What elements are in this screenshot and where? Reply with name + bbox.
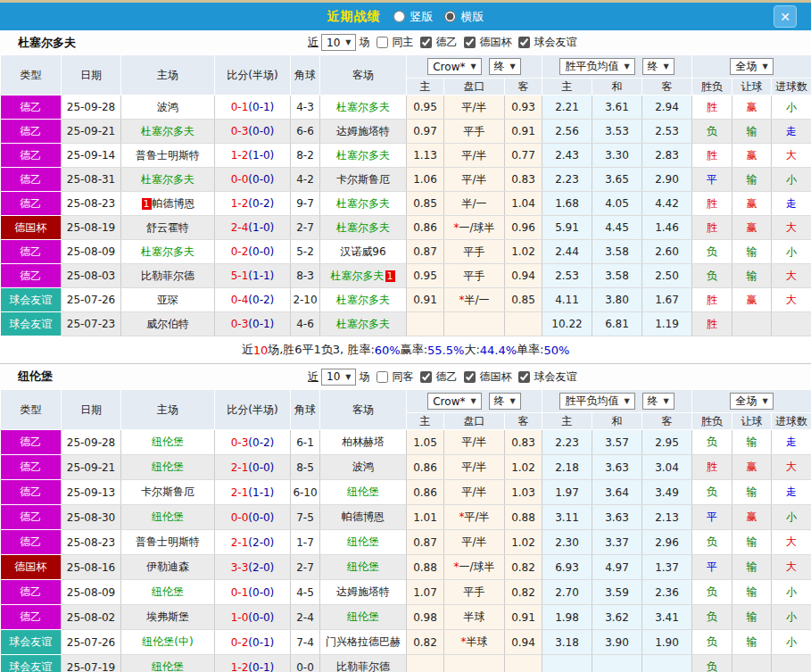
score-cell: 1-2(1-0) [215, 144, 291, 168]
odds-group-header: Crow*▼ 终▼ [407, 390, 542, 413]
summary-segment: 60% [375, 344, 401, 357]
halftime-score: (0-0) [248, 586, 274, 599]
result-wdl-cell: 胜 [692, 216, 732, 240]
bookmaker-select[interactable]: Crow*▼ [427, 393, 481, 410]
mean-final-select[interactable]: 终▼ [642, 58, 674, 75]
mean-draw-cell: 3.65 [592, 168, 642, 192]
league-friendly-label: 球会友谊 [534, 35, 576, 50]
mean-draw-cell: 3.30 [592, 144, 642, 168]
chevron-down-icon: ▼ [470, 397, 476, 405]
fulltime-score: 1-0 [231, 611, 249, 624]
result-goals-cell: 大 [772, 216, 811, 240]
mean-draw-cell: 4.45 [592, 216, 642, 240]
score-cell: 0-0(0-0) [215, 505, 291, 530]
mean-home-cell: 2.56 [542, 120, 592, 144]
match-row: 德乙25-09-21纽伦堡2-1(0-0)8-5波鸿0.86平/半1.022.1… [1, 455, 811, 480]
mean-away-cell: 2.95 [642, 430, 692, 455]
league-de2-checkbox[interactable] [420, 371, 432, 383]
changed-odds-star: * [453, 221, 459, 234]
handicap-cell [444, 312, 505, 336]
corner-cell: 2-7 [291, 216, 320, 240]
mean-home-cell: 3.11 [542, 505, 592, 530]
match-row: 德乙25-08-23普鲁士明斯特2-1(2-0)1-7纽伦堡0.87平/半1.0… [1, 530, 811, 555]
halftime-score: (1-1) [248, 270, 274, 282]
corner-cell: 7-4 [291, 630, 320, 655]
summary-segment: 场,胜6平1负3, 胜率: [268, 342, 375, 358]
mean-select[interactable]: 胜平负均值▼ [559, 58, 634, 75]
date-cell: 25-08-31 [62, 168, 121, 192]
league-friendly-checkbox[interactable] [518, 371, 530, 383]
away-odds-cell [505, 312, 542, 336]
halftime-score: (0-0) [248, 611, 274, 624]
result-goals-cell: 大 [772, 530, 811, 555]
section-header-nurnberg: 纽伦堡 近 10▼ 场 同客 德乙 德国杯 球会友谊 [0, 363, 811, 389]
mean-away-cell: 1.46 [642, 216, 692, 240]
bookmaker-value: Crow* [433, 61, 465, 73]
chevron-down-icon: ▼ [664, 397, 669, 405]
mean-away-cell: 2.53 [642, 120, 692, 144]
league-de2-label: 德乙 [435, 369, 457, 385]
handicap-cell: 平/半 [444, 480, 505, 505]
col-header-result-wdl: 胜负 [692, 413, 732, 430]
same-home-checkbox[interactable] [377, 37, 388, 48]
bookmaker-select[interactable]: Crow*▼ [427, 58, 481, 75]
away-odds-cell: 0.85 [505, 288, 542, 312]
mean-away-cell: 2.96 [642, 530, 692, 555]
home-odds-cell: 1.13 [407, 144, 444, 168]
match-count-select[interactable]: 10▼ [321, 34, 356, 51]
mean-draw-cell: 3.62 [592, 605, 642, 630]
away-odds-cell: 1.02 [505, 530, 542, 555]
league-type-cell: 德乙 [1, 192, 62, 216]
result-wdl-cell: 负 [692, 240, 732, 264]
vertical-layout-radio[interactable] [393, 11, 405, 22]
team-label: 纽伦堡(中) [142, 635, 193, 648]
mean-home-cell: 2.23 [542, 168, 592, 192]
fullmatch-select[interactable]: 全场▼ [730, 393, 773, 410]
match-row: 德乙25-08-09杜塞尔多夫0-2(0-0)5-2汉诺威960.87平手1.0… [1, 240, 811, 264]
summary-segment: 近 [242, 342, 253, 358]
home-team-cell: 比勒菲尔德 [121, 264, 215, 288]
near-link[interactable]: 近 [308, 35, 319, 50]
team-label: 纽伦堡 [152, 585, 184, 598]
away-odds-cell: 1.04 [505, 192, 542, 216]
fullmatch-select[interactable]: 全场▼ [730, 58, 773, 75]
result-goals-cell: 走 [772, 120, 811, 144]
league-cup-checkbox[interactable] [464, 371, 476, 383]
match-row: 德乙25-08-09纽伦堡0-1(0-0)4-5达姆施塔特1.07平手0.822… [1, 580, 811, 605]
league-type-cell: 德乙 [1, 95, 62, 120]
handicap-cell: *半/一 [444, 288, 505, 312]
mean-home-cell [542, 655, 592, 672]
match-row: 球会友谊25-07-19纽伦堡1-2(0-1)0-0比勒菲尔德负 [1, 655, 811, 672]
away-team-cell: 柏林赫塔 [320, 430, 407, 455]
result-handicap-cell: 赢 [732, 95, 772, 120]
date-cell: 25-08-23 [62, 192, 121, 216]
league-friendly-checkbox[interactable] [518, 37, 530, 48]
odds-final-select[interactable]: 终▼ [489, 393, 521, 410]
same-away-checkbox[interactable] [377, 371, 388, 383]
halftime-score: (2-0) [248, 536, 274, 549]
team-label: 纽伦堡 [152, 460, 184, 473]
score-cell: 3-3(2-0) [215, 555, 291, 580]
date-cell: 25-08-09 [62, 580, 121, 605]
match-row: 德乙25-09-28波鸿0-1(0-1)4-3杜塞尔多夫0.95平/半0.932… [1, 95, 811, 120]
mean-select[interactable]: 胜平负均值▼ [559, 393, 634, 410]
score-cell: 2-4(1-0) [215, 216, 291, 240]
away-team-cell: 杜塞尔多夫 [320, 144, 407, 168]
score-cell: 1-0(0-0) [215, 605, 291, 630]
home-odds-cell: 0.87 [407, 530, 444, 555]
mean-final-select[interactable]: 终▼ [642, 393, 674, 410]
away-team-cell: 帕德博恩 [320, 505, 407, 530]
result-goals-cell: 小 [772, 240, 811, 264]
near-link[interactable]: 近 [308, 369, 319, 385]
league-de2-checkbox[interactable] [420, 37, 432, 48]
league-cup-checkbox[interactable] [464, 37, 476, 48]
halftime-score: (1-1) [248, 486, 274, 499]
match-count-value: 10 [327, 370, 340, 383]
score-cell: 1-2(0-1) [215, 655, 291, 672]
horizontal-layout-radio[interactable] [444, 11, 456, 22]
close-button[interactable]: ✕ [774, 5, 797, 28]
match-count-select[interactable]: 10▼ [321, 369, 356, 386]
odds-final-select[interactable]: 终▼ [489, 58, 521, 75]
mean-away-cell: 1.37 [642, 555, 692, 580]
mean-group-header: 胜平负均值▼ 终▼ [542, 55, 692, 79]
